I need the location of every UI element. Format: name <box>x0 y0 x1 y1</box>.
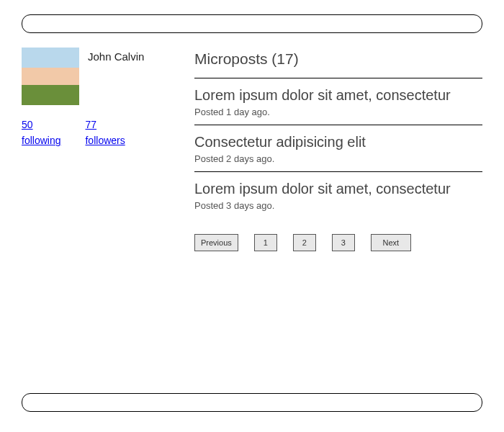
top-bar <box>22 14 482 33</box>
following-count-link[interactable]: 50 <box>22 117 60 132</box>
previous-button[interactable]: Previous <box>194 234 238 251</box>
micropost-text: Consectetur adipisicing elit <box>194 134 482 150</box>
microposts-count: 17 <box>276 50 293 67</box>
microposts-title-text: Microposts <box>194 50 268 67</box>
stats: 50 following 77 followers <box>22 117 173 149</box>
user-name: John Calvin <box>88 48 144 63</box>
page-2-button[interactable]: 2 <box>293 234 316 251</box>
micropost-meta: Posted 3 days ago. <box>194 200 482 211</box>
followers-label-link[interactable]: followers <box>85 132 125 148</box>
bottom-bar <box>22 393 482 412</box>
page-1-button[interactable]: 1 <box>254 234 277 251</box>
microposts-title: Microposts (17) <box>194 50 482 68</box>
following-stat[interactable]: 50 following <box>22 117 60 149</box>
followers-count-link[interactable]: 77 <box>85 117 125 132</box>
profile-row: John Calvin <box>22 48 173 105</box>
avatar <box>22 48 79 105</box>
followers-stat[interactable]: 77 followers <box>85 117 125 149</box>
micropost-meta: Posted 1 day ago. <box>194 107 482 117</box>
micropost-meta: Posted 2 days ago. <box>194 153 482 164</box>
following-label-link[interactable]: following <box>22 132 60 148</box>
sidebar: John Calvin 50 following 77 followers <box>22 48 173 251</box>
micropost-text: Lorem ipsum dolor sit amet, consectetur <box>194 181 482 197</box>
main-panel: Microposts (17) Lorem ipsum dolor sit am… <box>194 48 482 251</box>
next-button[interactable]: Next <box>371 234 411 251</box>
content-area: John Calvin 50 following 77 followers Mi… <box>22 48 482 251</box>
micropost-item: Lorem ipsum dolor sit amet, consectetur … <box>194 78 482 125</box>
page-3-button[interactable]: 3 <box>332 234 355 251</box>
micropost-item: Consectetur adipisicing elit Posted 2 da… <box>194 125 482 171</box>
pagination: Previous 1 2 3 Next <box>194 234 482 251</box>
micropost-item: Lorem ipsum dolor sit amet, consectetur … <box>194 171 482 218</box>
micropost-text: Lorem ipsum dolor sit amet, consectetur <box>194 87 482 104</box>
